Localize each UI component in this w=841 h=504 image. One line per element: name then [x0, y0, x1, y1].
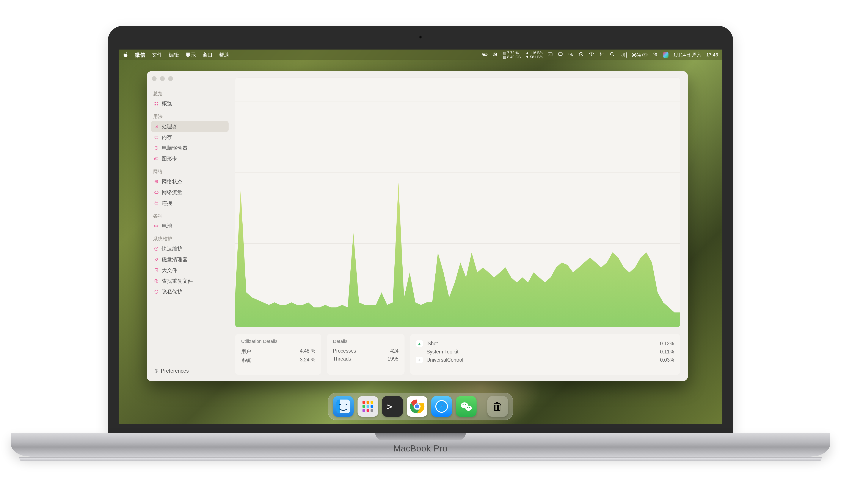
bigfile-icon — [154, 268, 159, 273]
svg-point-43 — [339, 404, 341, 406]
menubar-right: ▤ 7.72 % ▤ 8.45 GB ▲ 116 B/s ▼ 581 B/s 拼… — [482, 51, 718, 59]
svg-point-64 — [465, 404, 466, 406]
bolt-icon — [154, 247, 159, 251]
dock-separator — [482, 398, 482, 415]
preferences-button[interactable]: Preferences — [151, 365, 228, 377]
dock-trash[interactable]: 🗑 — [487, 396, 508, 417]
battery-percent[interactable]: 96% — [631, 52, 648, 58]
svg-point-10 — [571, 54, 573, 56]
laptop-notch — [375, 433, 466, 440]
svg-point-20 — [655, 54, 657, 56]
svg-rect-18 — [647, 54, 647, 55]
tray-icon-1[interactable] — [547, 52, 553, 58]
battery-icon — [154, 223, 159, 228]
sidebar-item-plug[interactable]: 连接 — [151, 198, 228, 209]
sidebar-item-bigfile[interactable]: 大文件 — [151, 265, 228, 276]
svg-point-16 — [610, 52, 613, 55]
system-toolkit-window: 总览概览用法处理器内存电脑驱动器图形卡网络网络状态网络流量连接各种电池系统维护快… — [147, 71, 688, 381]
svg-point-40 — [155, 370, 158, 373]
network-stat[interactable]: ▲ 116 B/s ▼ 581 B/s — [526, 51, 543, 59]
svg-rect-1 — [483, 54, 485, 55]
siri-icon[interactable] — [663, 52, 669, 58]
control-center-icon[interactable] — [653, 52, 658, 58]
sidebar-item-cpu[interactable]: 处理器 — [151, 121, 228, 132]
svg-point-4 — [494, 54, 496, 55]
ime-indicator[interactable]: 拼 — [620, 52, 627, 58]
svg-rect-27 — [155, 136, 158, 138]
laptop-frame: 微信 文件 编辑 显示 窗口 帮助 ▤ 7.72 % ▤ 8.45 GB ▲ 1… — [11, 21, 830, 485]
menu-window[interactable]: 窗口 — [202, 52, 212, 58]
sidebar-item-disk[interactable]: 电脑驱动器 — [151, 143, 228, 154]
svg-point-12 — [591, 55, 592, 56]
svg-rect-47 — [371, 401, 374, 404]
svg-rect-52 — [366, 409, 370, 412]
dock-app-terminal[interactable]: >_ — [382, 396, 403, 417]
svg-rect-22 — [157, 102, 158, 103]
sidebar-item-broom[interactable]: 磁盘清理器 — [151, 254, 228, 265]
broom-icon — [154, 257, 159, 262]
svg-rect-24 — [157, 104, 158, 105]
dock-app-wechat[interactable] — [456, 396, 477, 417]
svg-rect-23 — [155, 104, 156, 105]
svg-point-19 — [654, 53, 655, 54]
spotlight-icon[interactable] — [610, 52, 615, 58]
sidebar-item-label: 网络流量 — [162, 189, 183, 196]
panel-title: Details — [333, 339, 398, 344]
cpu-ram-stat[interactable]: ▤ 7.72 % ▤ 8.45 GB — [503, 51, 521, 59]
svg-rect-33 — [155, 202, 158, 204]
sidebar-item-label: 大文件 — [162, 267, 177, 274]
svg-rect-38 — [155, 280, 157, 282]
menu-edit[interactable]: 编辑 — [169, 52, 179, 58]
sidebar-item-label: 概览 — [162, 100, 172, 107]
sidebar-item-label: 查找重复文件 — [162, 277, 193, 285]
svg-rect-51 — [362, 409, 365, 412]
dock-app-finder[interactable] — [333, 396, 354, 417]
sidebar-item-label: 磁盘清理器 — [162, 256, 188, 263]
sidebar-item-cloud[interactable]: 网络流量 — [151, 187, 228, 198]
dock-app-launchpad[interactable] — [358, 396, 378, 417]
menu-help[interactable]: 帮助 — [219, 52, 229, 58]
svg-point-29 — [156, 147, 157, 148]
svg-rect-21 — [155, 102, 156, 103]
wifi-icon[interactable] — [589, 52, 594, 58]
dock: >_ 🗑 — [328, 393, 513, 420]
tray-icon-sliders[interactable] — [599, 52, 605, 58]
menu-view[interactable]: 显示 — [186, 52, 196, 58]
main-content: Utilization Details 用户4.48 % 系统3.24 % De… — [233, 71, 688, 381]
apple-menu-icon[interactable] — [123, 52, 128, 58]
dock-app-chrome[interactable] — [407, 396, 427, 417]
tray-icon-wechat[interactable] — [568, 52, 573, 58]
svg-rect-46 — [366, 401, 370, 404]
sidebar-item-label: 电池 — [162, 222, 172, 229]
tray-icon-play[interactable] — [578, 52, 584, 58]
process-row: ▲iShot0.12% — [416, 340, 674, 347]
svg-point-14 — [601, 54, 602, 55]
app-name[interactable]: 微信 — [135, 52, 145, 58]
sidebar-item-bolt[interactable]: 快速维护 — [151, 244, 228, 254]
window-traffic-lights[interactable] — [152, 76, 173, 81]
top-processes-panel: ▲iShot0.12%▲System Toolkit0.11%▲Universa… — [410, 334, 680, 375]
camera-status-icon[interactable] — [493, 52, 498, 58]
svg-point-56 — [414, 404, 419, 409]
svg-rect-53 — [371, 409, 374, 412]
menubar: 微信 文件 编辑 显示 窗口 帮助 ▤ 7.72 % ▤ 8.45 GB ▲ 1… — [119, 50, 722, 60]
sidebar-item-gpu[interactable]: 图形卡 — [151, 154, 228, 164]
clock-time[interactable]: 17:43 — [706, 52, 718, 58]
tray-icon-2[interactable] — [557, 52, 563, 58]
sidebar-item-grid[interactable]: 概览 — [151, 98, 228, 109]
clock-date[interactable]: 1月14日 周六 — [673, 52, 702, 58]
battery-icon[interactable] — [482, 52, 488, 58]
sidebar-item-globe[interactable]: 网络状态 — [151, 176, 228, 187]
sidebar-item-label: 图形卡 — [162, 155, 177, 162]
sidebar-item-battery[interactable]: 电池 — [151, 220, 228, 231]
details-panel: Details Processes424 Threads1995 — [327, 334, 405, 375]
svg-point-15 — [602, 53, 603, 53]
sidebar-item-shield[interactable]: 隐私保护 — [151, 286, 228, 297]
process-icon: ▲ — [416, 340, 423, 347]
dock-app-safari[interactable] — [431, 396, 452, 417]
sidebar-item-memory[interactable]: 内存 — [151, 132, 228, 143]
menu-file[interactable]: 文件 — [152, 52, 162, 58]
sidebar-section-header: 系统维护 — [153, 236, 228, 242]
sidebar-item-dupe[interactable]: 查找重复文件 — [151, 276, 228, 286]
sidebar-item-label: 隐私保护 — [162, 288, 183, 295]
